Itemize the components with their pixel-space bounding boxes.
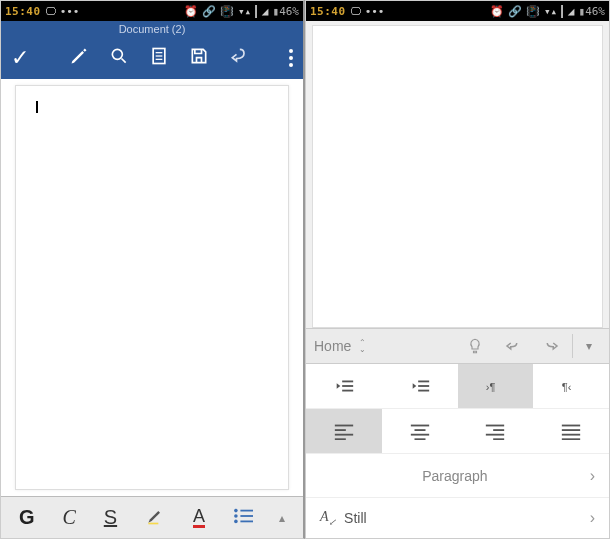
confirm-button[interactable]: ✓ — [11, 45, 29, 71]
increase-indent-button[interactable] — [382, 364, 458, 408]
svg-point-0 — [112, 49, 122, 59]
svg-point-10 — [234, 519, 238, 523]
style-label: Still — [344, 510, 367, 526]
paragraph-label: Paragraph — [320, 468, 590, 484]
font-color-button[interactable]: A — [193, 507, 205, 528]
text-cursor — [36, 101, 38, 113]
lightbulb-icon[interactable] — [458, 331, 492, 361]
collapse-ribbon-button[interactable]: ▾ — [577, 339, 601, 353]
document-canvas[interactable] — [15, 85, 289, 490]
signal-icon: ▎◢ — [255, 5, 268, 18]
align-left-button[interactable] — [306, 409, 382, 453]
style-section-button[interactable]: A↙ Still › — [306, 498, 609, 538]
document-canvas[interactable] — [312, 25, 603, 328]
vibration-icon: 📳 — [220, 5, 234, 18]
reading-view-icon[interactable] — [149, 46, 169, 70]
chevron-right-icon: › — [590, 467, 595, 485]
svg-text:›¶: ›¶ — [486, 381, 496, 393]
more-icon: ••• — [60, 5, 80, 18]
bold-button[interactable]: G — [19, 506, 35, 529]
svg-text:¶‹: ¶‹ — [562, 381, 572, 393]
status-bar: 15:40 🖵 ••• ⏰ 🔗 📳 ▾▴ ▎◢ ▮46% — [306, 1, 609, 21]
align-right-button[interactable] — [458, 409, 534, 453]
pen-icon[interactable] — [69, 46, 89, 70]
ribbon-tab-selector[interactable]: ⌃⌄ — [359, 339, 366, 353]
save-icon[interactable] — [189, 46, 209, 70]
underline-button[interactable]: S — [104, 506, 117, 529]
redo-icon[interactable] — [534, 331, 568, 361]
document-title: Document (2) — [1, 21, 303, 37]
ribbon-tab-label[interactable]: Home — [314, 338, 351, 354]
ribbon-selector: Home ⌃⌄ ▾ — [306, 328, 609, 364]
rtl-paragraph-button[interactable]: ¶‹ — [533, 364, 609, 408]
screen-icon: 🖵 — [350, 5, 361, 18]
battery-label: ▮46% — [579, 5, 606, 18]
highlight-button[interactable] — [145, 506, 165, 530]
wifi-icon: ▾▴ — [238, 5, 251, 18]
paragraph-format-grid: ›¶ ¶‹ — [306, 364, 609, 454]
top-toolbar: ✓ — [1, 37, 303, 79]
svg-rect-5 — [148, 522, 158, 524]
status-time: 15:40 — [310, 5, 346, 18]
battery-label: ▮46% — [273, 5, 300, 18]
svg-point-8 — [234, 514, 238, 518]
status-time: 15:40 — [5, 5, 41, 18]
paragraph-section-button[interactable]: Paragraph › — [306, 454, 609, 498]
style-icon: A↙ — [320, 509, 336, 527]
vibration-icon: 📳 — [526, 5, 540, 18]
undo-icon[interactable] — [229, 46, 249, 70]
link-icon: 🔗 — [202, 5, 216, 18]
more-button[interactable] — [289, 49, 293, 67]
chevron-right-icon: › — [590, 509, 595, 527]
alarm-icon: ⏰ — [490, 5, 504, 18]
decrease-indent-button[interactable] — [306, 364, 382, 408]
screen-icon: 🖵 — [45, 5, 56, 18]
alarm-icon: ⏰ — [184, 5, 198, 18]
align-justify-button[interactable] — [533, 409, 609, 453]
align-center-button[interactable] — [382, 409, 458, 453]
ltr-paragraph-button[interactable]: ›¶ — [458, 364, 534, 408]
expand-toolbar-button[interactable]: ▴ — [279, 511, 285, 525]
italic-button[interactable]: C — [62, 506, 75, 529]
signal-icon: ▎◢ — [561, 5, 574, 18]
bullet-list-button[interactable] — [233, 507, 255, 529]
more-icon: ••• — [365, 5, 385, 18]
bottom-toolbar: G C S A ▴ — [1, 496, 303, 538]
undo-icon[interactable] — [496, 331, 530, 361]
wifi-icon: ▾▴ — [544, 5, 557, 18]
search-icon[interactable] — [109, 46, 129, 70]
link-icon: 🔗 — [508, 5, 522, 18]
status-bar: 15:40 🖵 ••• ⏰ 🔗 📳 ▾▴ ▎◢ ▮46% — [1, 1, 303, 21]
svg-point-6 — [234, 508, 238, 512]
